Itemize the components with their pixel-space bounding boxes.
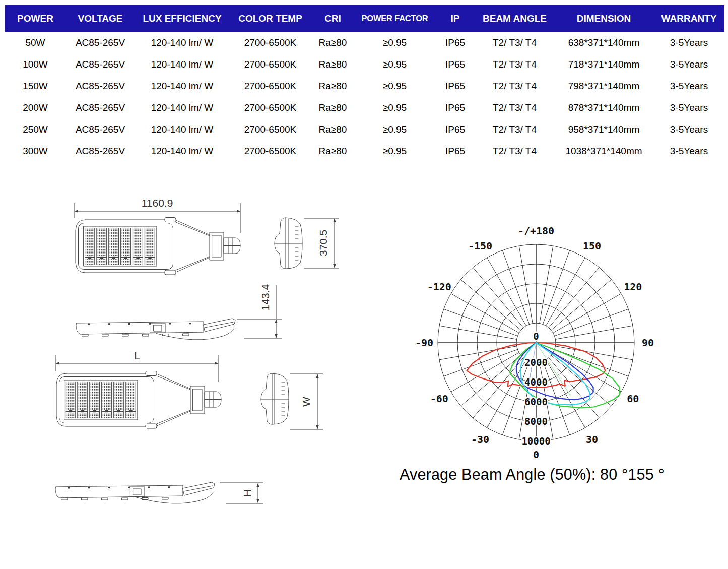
spec-table-header: POWERVOLTAGELUX EFFICIENCYCOLOR TEMPCRIP… bbox=[5, 5, 724, 32]
table-cell: T2/ T3/ T4 bbox=[475, 102, 554, 113]
table-row: 50WAC85-265V120-140 lm/ W2700-6500KRa≥80… bbox=[5, 32, 724, 53]
photometric-polar-chart: -/+1801501209060300-30-60-90-120-1500200… bbox=[403, 219, 670, 464]
radial-tick-label: 0 bbox=[533, 331, 539, 342]
dim-label-width-bottom: W bbox=[300, 397, 312, 407]
polar-spoke bbox=[553, 294, 621, 333]
polar-spoke bbox=[549, 268, 599, 328]
table-cell: AC85-265V bbox=[65, 37, 135, 48]
angle-label: 90 bbox=[642, 337, 654, 349]
table-cell: 958*371*140mm bbox=[554, 124, 653, 135]
table-cell: 3-5Years bbox=[653, 59, 724, 70]
radial-tick-label: 10000 bbox=[521, 435, 550, 447]
table-cell: T2/ T3/ T4 bbox=[475, 37, 554, 48]
datasheet-page: POWERVOLTAGELUX EFFICIENCYCOLOR TEMPCRIP… bbox=[0, 0, 728, 569]
angle-label: 0 bbox=[533, 449, 539, 461]
table-cell: 2700-6500K bbox=[229, 124, 311, 135]
table-cell: 3-5Years bbox=[653, 124, 724, 135]
dim-label-length-top: 1160.9 bbox=[142, 197, 173, 209]
table-cell: 718*371*140mm bbox=[554, 59, 653, 70]
angle-label: -60 bbox=[430, 393, 448, 405]
radial-tick-label: 2000 bbox=[524, 357, 548, 368]
table-cell: 2700-6500K bbox=[229, 102, 311, 113]
table-cell: Ra≥80 bbox=[311, 124, 354, 135]
table-cell: ≥0.95 bbox=[354, 37, 435, 48]
column-header: WARRANTY bbox=[653, 13, 724, 24]
radial-tick-label: 4000 bbox=[524, 376, 548, 388]
table-cell: Ra≥80 bbox=[311, 59, 354, 70]
table-cell: AC85-265V bbox=[65, 81, 135, 92]
angle-label: -120 bbox=[427, 281, 451, 293]
table-cell: 120-140 lm/ W bbox=[135, 37, 229, 48]
angle-label: -/+180 bbox=[518, 225, 554, 237]
angle-label: 120 bbox=[624, 281, 642, 293]
dimension-width-top: 370.5 bbox=[304, 218, 339, 268]
table-cell: T2/ T3/ T4 bbox=[475, 124, 554, 135]
angle-label: 60 bbox=[627, 393, 639, 405]
column-header: BEAM ANGLE bbox=[475, 13, 554, 24]
table-row: 150WAC85-265V120-140 lm/ W2700-6500KRa≥8… bbox=[5, 75, 724, 97]
table-cell: ≥0.95 bbox=[354, 146, 435, 157]
table-cell: 120-140 lm/ W bbox=[135, 146, 229, 157]
table-cell: ≥0.95 bbox=[354, 59, 435, 70]
polar-spoke bbox=[555, 346, 633, 360]
table-cell: T2/ T3/ T4 bbox=[475, 81, 554, 92]
polar-spoke bbox=[439, 346, 517, 360]
table-cell: Ra≥80 bbox=[311, 81, 354, 92]
table-cell: 120-140 lm/ W bbox=[135, 59, 229, 70]
angle-label: -30 bbox=[471, 433, 489, 446]
table-cell: 120-140 lm/ W bbox=[135, 102, 229, 113]
table-cell: 2700-6500K bbox=[229, 146, 311, 157]
table-cell: 100W bbox=[5, 59, 65, 70]
table-row: 300WAC85-265V120-140 lm/ W2700-6500KRa≥8… bbox=[5, 140, 724, 162]
polar-spoke bbox=[555, 326, 633, 339]
polar-spoke bbox=[546, 258, 585, 326]
angle-label: 150 bbox=[583, 240, 601, 252]
radial-tick-label: 8000 bbox=[524, 416, 548, 427]
table-row: 200WAC85-265V120-140 lm/ W2700-6500KRa≥8… bbox=[5, 97, 724, 118]
table-cell: 798*371*140mm bbox=[554, 81, 653, 92]
table-cell: 2700-6500K bbox=[229, 81, 311, 92]
polar-spoke bbox=[451, 294, 519, 333]
table-cell: 250W bbox=[5, 124, 65, 135]
table-cell: 878*371*140mm bbox=[554, 102, 653, 113]
table-cell: AC85-265V bbox=[65, 124, 135, 135]
column-header: LUX EFFICIENCY bbox=[135, 13, 229, 24]
table-cell: 3-5Years bbox=[653, 146, 724, 157]
table-cell: 2700-6500K bbox=[229, 37, 311, 48]
polar-spoke bbox=[502, 250, 529, 325]
table-cell: 300W bbox=[5, 146, 65, 157]
table-cell: Ra≥80 bbox=[311, 37, 354, 48]
polar-spoke bbox=[551, 280, 612, 330]
polar-spoke bbox=[444, 309, 518, 336]
table-cell: 3-5Years bbox=[653, 102, 724, 113]
technical-drawings: 1160.9 370.5 143.4 L W bbox=[20, 181, 373, 519]
dim-label-length-bottom: L bbox=[134, 350, 140, 361]
angle-label: -90 bbox=[415, 337, 433, 349]
polar-spoke bbox=[487, 258, 526, 326]
polar-spoke bbox=[439, 326, 517, 339]
beam-angle-caption: Average Beam Angle (50%): 80 °155 ° bbox=[400, 466, 722, 483]
table-cell: ≥0.95 bbox=[354, 81, 435, 92]
spec-table: POWERVOLTAGELUX EFFICIENCYCOLOR TEMPCRIP… bbox=[5, 5, 724, 162]
table-cell: 3-5Years bbox=[653, 81, 724, 92]
column-header: DIMENSION bbox=[554, 13, 653, 24]
table-cell: IP65 bbox=[435, 37, 475, 48]
polar-spoke bbox=[473, 358, 523, 418]
dimension-width-bottom: W bbox=[290, 374, 323, 429]
dim-label-height-bottom: H bbox=[241, 489, 253, 497]
table-cell: IP65 bbox=[435, 102, 475, 113]
table-cell: 638*371*140mm bbox=[554, 37, 653, 48]
table-row: 100WAC85-265V120-140 lm/ W2700-6500KRa≥8… bbox=[5, 53, 724, 75]
polar-spoke bbox=[461, 280, 521, 330]
column-header: POWER bbox=[5, 13, 65, 24]
table-cell: IP65 bbox=[435, 146, 475, 157]
polar-spoke bbox=[543, 250, 569, 325]
table-cell: 1038*371*140mm bbox=[554, 146, 653, 157]
table-cell: 150W bbox=[5, 81, 65, 92]
table-cell: 120-140 lm/ W bbox=[135, 81, 229, 92]
polar-spoke bbox=[540, 246, 553, 324]
table-cell: T2/ T3/ T4 bbox=[475, 59, 554, 70]
table-cell: 2700-6500K bbox=[229, 59, 311, 70]
table-row: 250WAC85-265V120-140 lm/ W2700-6500KRa≥8… bbox=[5, 118, 724, 140]
polar-spoke bbox=[555, 309, 629, 336]
